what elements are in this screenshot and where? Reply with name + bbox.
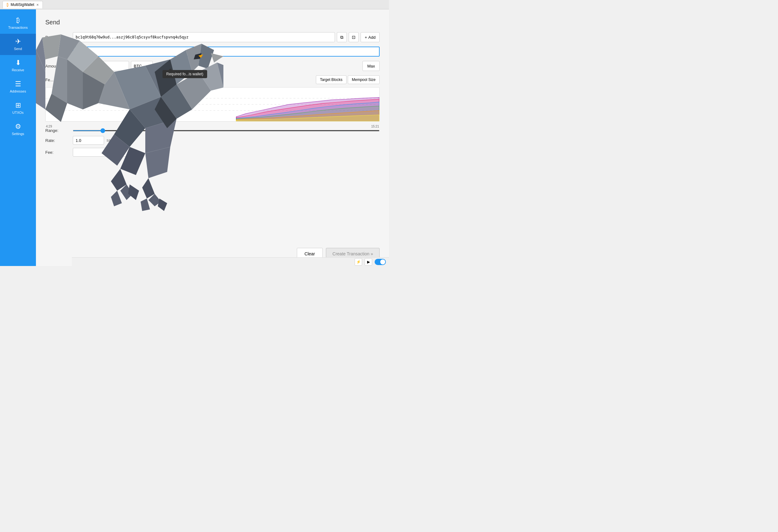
label-row: Label:	[45, 47, 380, 57]
rate-row: Rate: sat/vB	[45, 136, 380, 145]
add-address-btn[interactable]: + Add	[361, 32, 380, 42]
chart-time-end: 15:21	[371, 125, 379, 128]
fee-section-label: Fe...	[45, 78, 54, 82]
sidebar-label-receive: Receive	[12, 68, 24, 72]
sidebar-label-addresses: Addresses	[10, 89, 26, 93]
sidebar-item-send[interactable]: ✈ Send	[0, 34, 36, 55]
bitcoin-icon: ₿	[16, 17, 20, 24]
send-icon: ✈	[15, 38, 21, 45]
sidebar-item-utxos[interactable]: ⊞ UTXOs	[0, 97, 36, 119]
chart-time-start: 4:29	[46, 125, 52, 128]
amount-unit-select[interactable]: BTC mBTC sat	[131, 61, 153, 71]
sidebar-item-receive[interactable]: ⬇ Receive	[0, 55, 36, 76]
settings-icon: ⚙	[15, 123, 21, 130]
fee-chart	[45, 87, 380, 122]
sidebar-label-send: Send	[14, 47, 22, 51]
fee-section: Fe... Target Blocks Mempool Size	[45, 75, 380, 157]
tab-label: MultiSigWallet	[11, 2, 34, 7]
fee-label: Fee:	[45, 150, 70, 155]
label-field-label: Label:	[45, 50, 70, 54]
address-input-group: ⧉ ⊡ + Add	[73, 32, 380, 42]
fee-mode-buttons: Target Blocks Mempool Size	[316, 75, 380, 84]
fee-header: Fe... Target Blocks Mempool Size	[45, 75, 380, 84]
mempool-size-btn[interactable]: Mempool Size	[348, 75, 380, 84]
network-toggle[interactable]	[375, 259, 386, 265]
status-bar: ⚡ ▶	[72, 257, 389, 266]
utxos-icon: ⊞	[15, 102, 21, 109]
amount-input[interactable]	[73, 61, 129, 71]
range-label: Range:	[45, 128, 70, 133]
copy-address-btn[interactable]: ⧉	[337, 32, 347, 42]
fee-chart-svg	[46, 87, 379, 121]
plus-icon: +	[365, 35, 367, 40]
receive-icon: ⬇	[15, 59, 21, 66]
sidebar-label-transactions: Transactions	[8, 26, 28, 29]
sidebar: ₿ Transactions ✈ Send ⬇ Receive ☰ Addres…	[0, 9, 36, 266]
sidebar-item-transactions[interactable]: ₿ Transactions	[0, 12, 36, 34]
add-label: Add	[368, 35, 376, 40]
main-layout: ₿ Transactions ✈ Send ⬇ Receive ☰ Addres…	[0, 9, 389, 266]
close-tab-icon[interactable]: ✕	[36, 3, 39, 7]
range-slider[interactable]	[73, 130, 380, 131]
titlebar-tab[interactable]: ₿ MultiSigWallet ✕	[2, 1, 43, 8]
qr-scan-btn[interactable]: ⊡	[349, 32, 359, 42]
bitcoin-tab-icon: ₿	[7, 2, 9, 7]
usb-icon[interactable]: ⚡	[355, 258, 362, 266]
max-btn[interactable]: Max	[363, 61, 380, 71]
titlebar: ₿ MultiSigWallet ✕	[0, 0, 389, 9]
play-icon[interactable]: ▶	[365, 258, 372, 266]
rate-label: Rate:	[45, 138, 70, 143]
sidebar-item-addresses[interactable]: ☰ Addresses	[0, 76, 36, 97]
sidebar-label-settings: Settings	[12, 132, 24, 136]
page-title: Send	[45, 19, 380, 26]
sidebar-label-utxos: UTXOs	[12, 110, 23, 115]
pay-to-row: Pay to: ⧉ ⊡ + Add	[45, 32, 380, 42]
amount-row: Amount: BTC mBTC sat Max	[45, 61, 380, 71]
label-input[interactable]	[73, 47, 380, 57]
rate-unit: sat/vB	[106, 138, 117, 143]
range-row: Range:	[45, 128, 380, 133]
amount-input-group: BTC mBTC sat Max	[73, 61, 380, 71]
sidebar-item-settings[interactable]: ⚙ Settings	[0, 119, 36, 140]
content-area: Send Pay to: ⧉ ⊡ + Add Label: Required f…	[36, 9, 389, 266]
chart-times: 4:29 15:21	[45, 125, 380, 128]
amount-label: Amount:	[45, 64, 70, 68]
addresses-icon: ☰	[15, 81, 21, 87]
fee-input[interactable]	[73, 148, 129, 157]
pay-to-input[interactable]	[73, 32, 335, 42]
fee-row: Fee:	[45, 148, 380, 157]
rate-input[interactable]	[73, 136, 104, 145]
pay-to-label: Pay to:	[45, 35, 70, 40]
target-blocks-btn[interactable]: Target Blocks	[316, 75, 346, 84]
